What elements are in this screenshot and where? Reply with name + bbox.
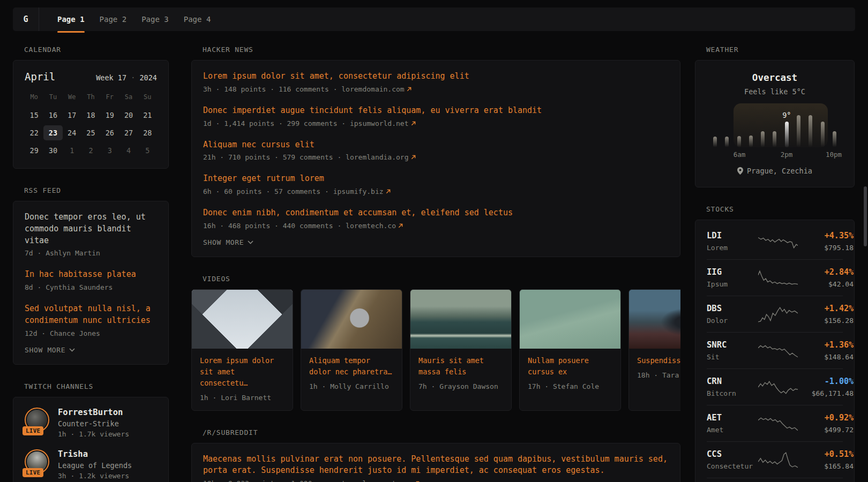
hackernews-item: Lorem ipsum dolor sit amet, consectetur … (203, 71, 669, 93)
video-card[interactable]: Suspendisse diam18h · Tara (628, 289, 680, 411)
calendar-day[interactable]: 21 (138, 108, 157, 123)
calendar-day[interactable]: 20 (119, 108, 138, 123)
page-scrollbar-track[interactable] (863, 0, 867, 482)
hackernews-item-title[interactable]: Aliquam nec cursus elit (203, 139, 669, 151)
stock-row[interactable]: DBSDolor+1.42%$156.28 (707, 296, 843, 332)
stock-ticker: AET (707, 413, 758, 423)
weather-bar (737, 136, 741, 147)
calendar-day[interactable]: 24 (63, 125, 81, 140)
stock-sparkline (758, 269, 798, 287)
stock-values: +2.84%$42.04 (798, 267, 854, 288)
stock-values: -1.00%$66,171.48 (798, 376, 854, 397)
nav-tab-page-3[interactable]: Page 3 (134, 7, 176, 31)
weather-location-label: Prague, Czechia (747, 167, 812, 175)
calendar-day[interactable]: 19 (100, 108, 119, 123)
stock-change: +1.42% (798, 304, 854, 313)
video-card[interactable]: Lorem ipsum dolor sit amet consectetu…1h… (191, 289, 293, 411)
video-title[interactable]: Nullam posuere cursus ex (528, 355, 612, 378)
subreddit-header: /R/SUBREDDIT (203, 428, 680, 436)
twitch-channel-name[interactable]: Trisha (58, 449, 132, 459)
twitch-channel-name[interactable]: ForrestBurton (58, 408, 129, 417)
subreddit-item-title[interactable]: Maecenas mollis pulvinar erat non posuer… (203, 454, 669, 477)
video-title[interactable]: Mauris sit amet massa felis (418, 355, 503, 378)
calendar-day[interactable]: 27 (119, 125, 138, 140)
app-logo[interactable]: G (13, 7, 39, 31)
calendar-week-year: Week 17 · 2024 (96, 73, 157, 82)
stock-row[interactable]: AHS+0.46% (707, 478, 843, 482)
twitch-channel-row[interactable]: LIVEForrestBurtonCounter-Strike1h · 1.7k… (25, 408, 157, 438)
hackernews-show-more-button[interactable]: SHOW MORE (203, 238, 253, 246)
stock-change: +1.36% (798, 340, 854, 350)
hackernews-section: HACKER NEWS Lorem ipsum dolor sit amet, … (191, 46, 680, 257)
rss-item-title[interactable]: In hac habitasse platea (25, 269, 157, 281)
calendar-day[interactable]: 1 (63, 143, 81, 158)
nav-tab-page-4[interactable]: Page 4 (176, 7, 219, 31)
weather-bar (713, 137, 717, 147)
hackernews-item-title[interactable]: Lorem ipsum dolor sit amet, consectetur … (203, 71, 669, 82)
stock-price: $165.84 (798, 462, 854, 470)
video-card[interactable]: Aliquam tempor dolor nec pharetra…1h · M… (301, 289, 402, 411)
video-meta: 1h · Molly Carrillo (309, 382, 394, 390)
calendar-day[interactable]: 4 (119, 143, 138, 158)
stock-name: Ipsum (707, 280, 758, 288)
stock-name: Dolor (707, 317, 758, 325)
twitch-card: LIVEForrestBurtonCounter-Strike1h · 1.7k… (13, 397, 169, 482)
stock-row[interactable]: LDILorem+4.35%$795.18 (707, 223, 843, 259)
weather-feels-like: Feels like 5°C (707, 87, 843, 96)
rss-show-more-label: SHOW MORE (25, 346, 65, 354)
calendar-day[interactable]: 26 (100, 125, 119, 140)
nav-tab-page-2[interactable]: Page 2 (92, 7, 134, 31)
stock-row[interactable]: CCSConsectetur+0.51%$165.84 (707, 441, 843, 478)
weather-bar (833, 131, 836, 147)
weather-time-label: 2pm (781, 150, 793, 159)
video-title[interactable]: Aliquam tempor dolor nec pharetra… (309, 355, 394, 378)
calendar-day[interactable]: 22 (25, 125, 43, 140)
video-card[interactable]: Nullam posuere cursus ex17h · Stefan Col… (519, 289, 621, 411)
video-title[interactable]: Suspendisse diam (637, 355, 680, 366)
video-card[interactable]: Mauris sit amet massa felis7h · Grayson … (410, 289, 512, 411)
rss-item: Sed volutpat nulla nisl, a condimentum n… (25, 303, 157, 337)
stock-identity: AETAmet (707, 413, 758, 434)
calendar-day[interactable]: 5 (138, 143, 157, 158)
video-title[interactable]: Lorem ipsum dolor sit amet consectetu… (200, 355, 285, 389)
calendar-day[interactable]: 15 (25, 108, 43, 123)
stock-row[interactable]: AETAmet+0.92%$499.72 (707, 405, 843, 441)
rss-item-title[interactable]: Donec tempor eros leo, ut commodo mauris… (25, 212, 157, 246)
location-pin-icon (737, 167, 743, 175)
stock-row[interactable]: SNRCSit+1.36%$148.64 (707, 332, 843, 368)
nav-tab-page-1[interactable]: Page 1 (50, 7, 92, 31)
calendar-grid: MoTuWeThFrSaSu15161718192021222324252627… (25, 91, 157, 158)
rss-item-title[interactable]: Sed volutpat nulla nisl, a condimentum n… (25, 303, 157, 327)
calendar-day[interactable]: 28 (138, 125, 157, 140)
twitch-channel-row[interactable]: LIVETrishaLeague of Legends3h · 1.2k vie… (25, 449, 157, 480)
hackernews-item-meta: 1d · 1,414 points · 299 comments · ipsum… (203, 119, 669, 127)
external-link-icon (398, 223, 403, 228)
hackernews-item-title[interactable]: Integer eget rutrum lorem (203, 173, 669, 185)
weather-current-temp: 9° (782, 111, 791, 119)
stock-name: Lorem (707, 244, 758, 252)
calendar-day-selected[interactable]: 23 (43, 125, 62, 140)
calendar-day[interactable]: 17 (63, 108, 81, 123)
stock-row[interactable]: CRNBitcorn-1.00%$66,171.48 (707, 368, 843, 405)
hackernews-item-meta: 21h · 710 points · 579 comments · loreml… (203, 153, 669, 161)
calendar-day[interactable]: 16 (43, 108, 62, 123)
hackernews-item: Integer eget rutrum lorem6h · 60 points … (203, 173, 669, 195)
weather-bar (809, 115, 812, 147)
calendar-day[interactable]: 18 (81, 108, 100, 123)
calendar-day[interactable]: 25 (81, 125, 100, 140)
calendar-day[interactable]: 2 (81, 143, 100, 158)
stock-row[interactable]: IIGIpsum+2.84%$42.04 (707, 259, 843, 296)
nav-tabs: Page 1Page 2Page 3Page 4 (39, 7, 218, 31)
subreddit-item-meta: 19h · 9,932 points · 1,090 comments · lo… (203, 479, 669, 482)
calendar-day[interactable]: 3 (100, 143, 119, 158)
rss-show-more-button[interactable]: SHOW MORE (25, 346, 75, 354)
video-card-body: Mauris sit amet massa felis7h · Grayson … (410, 349, 511, 399)
calendar-day[interactable]: 30 (43, 143, 62, 158)
stock-change: +2.84% (798, 267, 854, 277)
page-scrollbar-thumb[interactable] (864, 186, 867, 246)
calendar-day[interactable]: 29 (25, 143, 43, 158)
hackernews-item-title[interactable]: Donec imperdiet augue tincidunt felis al… (203, 105, 669, 117)
weather-hourly-chart: 9° 6am2pm10pm (710, 103, 840, 159)
stock-sparkline (758, 379, 798, 396)
hackernews-item-title[interactable]: Donec enim nibh, condimentum et accumsan… (203, 207, 669, 219)
